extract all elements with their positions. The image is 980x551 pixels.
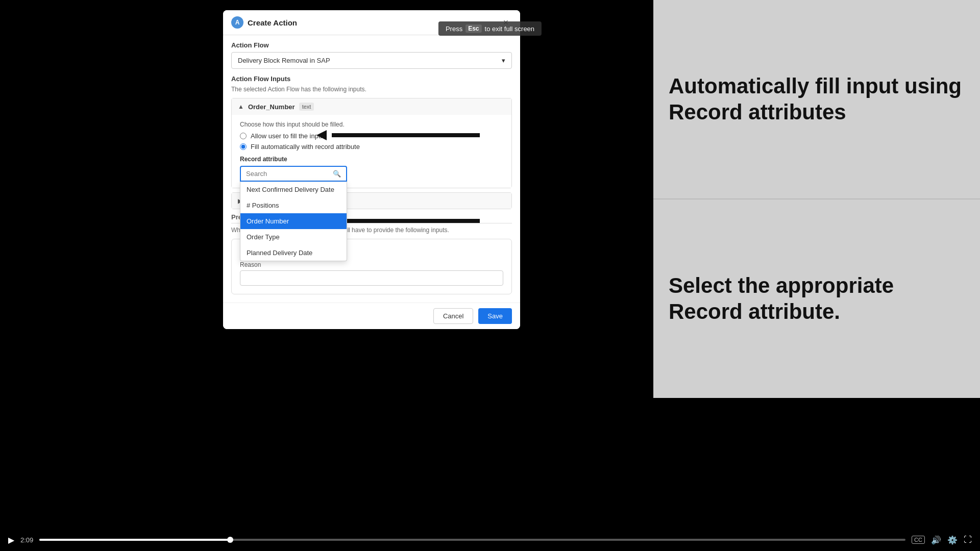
esc-message: to exit full screen <box>485 25 535 33</box>
action-flow-value: Delivery Block Removal in SAP <box>238 57 330 64</box>
accordion-chevron-icon: ▲ <box>238 103 244 110</box>
modal-body: Action Flow Delivery Block Removal in SA… <box>223 41 520 303</box>
action-flow-dropdown[interactable]: Delivery Block Removal in SAP ▾ <box>231 52 512 69</box>
modal-app-icon: A <box>231 16 243 29</box>
order-number-tag: text <box>299 103 314 111</box>
accordion-header-order-number[interactable]: ▲ Order_Number text <box>232 98 511 115</box>
action-flow-section-label: Action Flow <box>231 41 512 49</box>
esc-key: Esc <box>465 24 481 33</box>
radio-allow-user-input[interactable] <box>240 133 247 139</box>
video-controls-right: CC 🔊 ⚙️ ⛶ <box>912 535 972 545</box>
preview-field-label: Reason <box>240 261 503 268</box>
annotation-panel: Automatically fill input using Record at… <box>653 0 980 398</box>
volume-icon[interactable]: 🔊 <box>931 535 941 545</box>
record-attr-label: Record attribute <box>240 156 503 163</box>
dropdown-item-positions[interactable]: # Positions <box>240 197 347 213</box>
progress-bar-fill <box>39 539 230 541</box>
annotation-text-2: Select the appropriate Record attribute. <box>669 273 965 324</box>
dropdown-item-order-number-label: Order Number <box>247 217 289 225</box>
create-action-modal: A Create Action × Action Flow Delivery B… <box>223 10 520 329</box>
radio-fill-auto-input[interactable] <box>240 143 247 150</box>
search-input-wrap: 🔍 <box>240 166 347 182</box>
record-attr-dropdown-list: Next Confirmed Delivery Date # Positions… <box>240 182 347 261</box>
play-button[interactable]: ▶ <box>8 535 14 545</box>
record-attr-dropdown[interactable]: 🔍 Next Confirmed Delivery Date # Positio… <box>240 166 347 182</box>
video-time: 2:09 <box>20 536 33 544</box>
cancel-button[interactable]: Cancel <box>433 308 473 324</box>
modal-footer: Cancel Save <box>223 303 520 329</box>
radio-allow-user-label: Allow user to fill the input <box>251 132 324 140</box>
dropdown-item-order-number[interactable]: Order Number <box>240 213 347 229</box>
dropdown-item-next-confirmed[interactable]: Next Confirmed Delivery Date <box>240 182 347 197</box>
accordion-title-order-number: Order_Number <box>248 103 295 111</box>
dropdown-item-planned-delivery[interactable]: Planned Delivery Date <box>240 245 347 261</box>
annotation-text-1: Automatically fill input using Record at… <box>669 73 965 125</box>
save-button[interactable]: Save <box>478 308 512 324</box>
cc-button[interactable]: CC <box>912 536 925 544</box>
accordion-body-order-number: Choose how this input should be filled. … <box>232 115 511 188</box>
svg-marker-1 <box>316 130 327 140</box>
action-flow-inputs-label: Action Flow Inputs <box>231 75 512 83</box>
action-flow-inputs-desc: The selected Action Flow has the followi… <box>231 86 512 93</box>
settings-icon[interactable]: ⚙️ <box>947 535 958 545</box>
dropdown-item-planned-delivery-label: Planned Delivery Date <box>247 249 312 257</box>
preview-reason-input[interactable] <box>240 270 503 286</box>
progress-bar[interactable] <box>39 539 905 541</box>
dropdown-item-positions-label: # Positions <box>247 202 279 209</box>
record-attr-search-input[interactable] <box>246 170 333 178</box>
annotation-block-2: Select the appropriate Record attribute. <box>653 199 980 398</box>
annotation-block-1: Automatically fill input using Record at… <box>653 0 980 199</box>
dropdown-item-order-type-label: Order Type <box>247 233 280 241</box>
dropdown-item-next-confirmed-label: Next Confirmed Delivery Date <box>247 186 334 193</box>
arrow-fill-auto <box>316 128 480 145</box>
search-icon: 🔍 <box>333 170 341 178</box>
fullscreen-icon[interactable]: ⛶ <box>964 535 972 544</box>
choose-how-label: Choose how this input should be filled. <box>240 121 503 128</box>
progress-thumb <box>227 537 233 543</box>
esc-tooltip: Press Esc to exit full screen <box>438 21 542 36</box>
action-flow-chevron-icon: ▾ <box>502 57 505 64</box>
dropdown-item-order-type[interactable]: Order Type <box>240 229 347 245</box>
press-label: Press <box>446 25 462 33</box>
video-controls-bar: ▶ 2:09 CC 🔊 ⚙️ ⛶ <box>0 529 980 551</box>
